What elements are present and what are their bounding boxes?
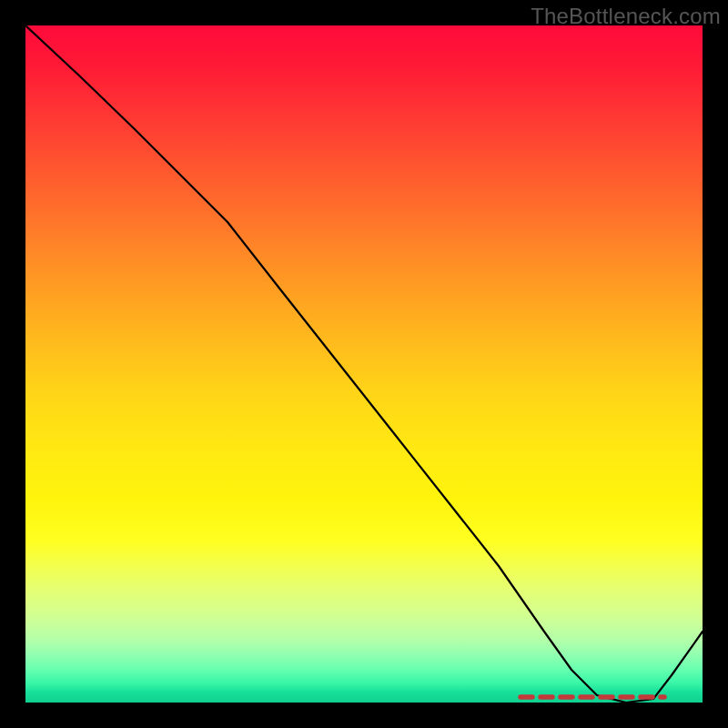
chart-frame: TheBottleneck.com — [0, 0, 728, 728]
watermark-text: TheBottleneck.com — [531, 4, 721, 29]
heat-gradient-plot-area — [25, 25, 703, 703]
